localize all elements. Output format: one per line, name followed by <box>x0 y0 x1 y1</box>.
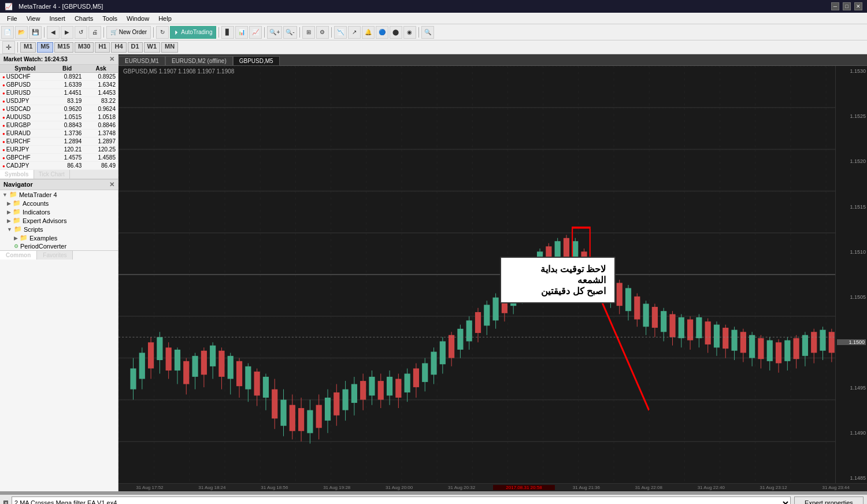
back-button[interactable]: ◀ <box>47 26 60 39</box>
refresh2-button[interactable]: ↻ <box>156 26 169 39</box>
chart-tab-eurusd-m1[interactable]: EURUSD,M1 <box>118 56 165 65</box>
market-watch-row[interactable]: ●GBPCHF 1.4575 1.4585 <box>0 154 118 162</box>
market-watch-row[interactable]: ●USDCHF 0.8921 0.8925 <box>0 73 118 81</box>
menu-window[interactable]: Window <box>122 14 154 23</box>
svg-rect-33 <box>228 356 234 379</box>
zoom-out-button[interactable]: 🔍- <box>283 26 297 39</box>
save-button[interactable]: 💾 <box>29 26 42 39</box>
svg-rect-31 <box>218 351 224 377</box>
chart-tab-eurusd-m2[interactable]: EURUSD,M2 (offline) <box>165 56 233 65</box>
period-m15[interactable]: M15 <box>54 42 73 53</box>
sep6 <box>299 27 300 38</box>
props-button[interactable]: ⚙ <box>316 26 329 39</box>
navigator-close[interactable]: ✕ <box>109 181 114 188</box>
menu-file[interactable]: File <box>2 14 22 23</box>
tab-symbols[interactable]: Symbols <box>0 170 34 179</box>
menu-tools[interactable]: Tools <box>98 14 122 23</box>
new-chart-button[interactable]: 📄 <box>1 26 14 39</box>
time-2: 31 Aug 18:24 <box>181 485 243 490</box>
window-controls[interactable]: ─ □ ✕ <box>831 2 862 10</box>
open-button[interactable]: 📂 <box>15 26 28 39</box>
menu-help[interactable]: Help <box>154 14 176 23</box>
mw-bid: 1.6339 <box>50 81 84 89</box>
menu-view[interactable]: View <box>22 14 45 23</box>
refresh-button[interactable]: ↺ <box>75 26 87 39</box>
new-order-button[interactable]: 🛒 New Order <box>106 26 151 39</box>
tab-favorites[interactable]: Favorites <box>37 251 73 260</box>
line-chart-button[interactable]: 📈 <box>249 26 262 39</box>
market-watch-close[interactable]: ✕ <box>109 55 114 63</box>
market-watch-row[interactable]: ●EURGBP 0.8843 0.8846 <box>0 121 118 129</box>
period-h4[interactable]: H4 <box>111 42 126 53</box>
tab-common[interactable]: Common <box>0 251 37 260</box>
period-h1[interactable]: H1 <box>95 42 110 53</box>
market-watch-row[interactable]: ●USDCAD 0.9620 0.9624 <box>0 105 118 113</box>
indicator3[interactable]: 🔔 <box>362 26 375 39</box>
bar-chart-button[interactable]: ▊ <box>221 26 234 39</box>
time-axis: 31 Aug 17:52 31 Aug 18:24 31 Aug 18:56 3… <box>118 483 867 491</box>
grid-button[interactable]: ⊞ <box>302 26 315 39</box>
search-button[interactable]: 🔍 <box>421 26 434 39</box>
expert-properties-button[interactable]: Expert properties <box>794 496 864 504</box>
market-watch-row[interactable]: ●EURJPY 120.21 120.25 <box>0 146 118 154</box>
forward-button[interactable]: ▶ <box>61 26 73 39</box>
nav-scripts[interactable]: ▼ 📁 Scripts <box>0 225 118 234</box>
svg-rect-49 <box>298 408 304 431</box>
market-watch-row[interactable]: ●AUDUSD 1.0515 1.0518 <box>0 113 118 121</box>
annotation-line2: اصبح كل دقيقتين <box>510 286 606 297</box>
period-m30[interactable]: M30 <box>75 42 94 53</box>
market-watch-row[interactable]: ●CADJPY 86.43 86.49 <box>0 162 118 170</box>
svg-rect-59 <box>342 390 348 410</box>
time-6: 31 Aug 20:32 <box>431 485 493 490</box>
crosshair-button[interactable]: ✛ <box>2 41 15 54</box>
nav-examples[interactable]: ▶ 📁 Examples <box>0 234 118 242</box>
close-button[interactable]: ✕ <box>854 2 862 10</box>
candle-chart-button[interactable]: 📊 <box>235 26 248 39</box>
indicator2[interactable]: ↗ <box>348 26 361 39</box>
minimize-button[interactable]: ─ <box>831 2 839 10</box>
menu-insert[interactable]: Insert <box>45 14 70 23</box>
menu-charts[interactable]: Charts <box>70 14 98 23</box>
period-m1[interactable]: M1 <box>20 42 36 53</box>
ea-close-btn[interactable]: ✕ <box>3 501 8 504</box>
nav-periodconverter[interactable]: ⚙ PeriodConverter <box>0 242 118 250</box>
menu-bar: File View Insert Charts Tools Window Hel… <box>0 13 867 24</box>
main-layout: Market Watch: 16:24:53 ✕ Symbol Bid Ask … <box>0 54 867 491</box>
svg-rect-133 <box>669 314 675 338</box>
chart-tab-gbpusd-m5[interactable]: GBPUSD,M5 <box>233 56 280 65</box>
svg-rect-57 <box>334 392 339 416</box>
period-mn[interactable]: MN <box>161 42 178 53</box>
print-button[interactable]: 🖨 <box>88 26 101 39</box>
zoom-in-button[interactable]: 🔍+ <box>267 26 282 39</box>
ea-select[interactable]: 2 MA Crosses Mega filter EA V1.ex4 <box>12 496 791 504</box>
market-watch-row[interactable]: ●EURUSD 1.4451 1.4453 <box>0 89 118 97</box>
indicator6[interactable]: ◉ <box>403 26 416 39</box>
chart-canvas[interactable]: GBPUSD,M5 1.1907 1.1908 1.1907 1.1908 <box>118 66 867 483</box>
svg-rect-37 <box>245 366 251 390</box>
sep-p <box>17 42 18 53</box>
maximize-button[interactable]: □ <box>843 2 851 10</box>
tab-tick-chart[interactable]: Tick Chart <box>34 170 70 179</box>
indicator5[interactable]: ⬤ <box>390 26 402 39</box>
svg-rect-23 <box>183 361 189 384</box>
svg-rect-141 <box>705 321 711 344</box>
mw-ask: 1.3748 <box>84 129 118 138</box>
mw-symbol: ●USDCAD <box>0 105 50 113</box>
nav-indicators[interactable]: ▶ 📁 Indicators <box>0 207 118 216</box>
autotrading-button[interactable]: ⏵ AutoTrading <box>170 26 216 39</box>
market-watch-title: Market Watch: 16:24:53 <box>3 56 68 62</box>
period-w1[interactable]: W1 <box>144 42 161 53</box>
market-watch-row[interactable]: ●USDJPY 83.19 83.22 <box>0 97 118 105</box>
indicator1[interactable]: 📉 <box>334 26 347 39</box>
market-watch-row[interactable]: ●EURAUD 1.3736 1.3748 <box>0 129 118 138</box>
nav-accounts[interactable]: ▶ 📁 Accounts <box>0 199 118 207</box>
chart-svg <box>118 66 867 483</box>
nav-expert-advisors[interactable]: ▶ 📁 Expert Advisors <box>0 216 118 225</box>
period-m5[interactable]: M5 <box>37 42 53 53</box>
indicator4[interactable]: 🔵 <box>376 26 388 39</box>
market-watch-row[interactable]: ●GBPUSD 1.6339 1.6342 <box>0 81 118 89</box>
mw-symbol: ●EURCHF <box>0 138 50 146</box>
market-watch-row[interactable]: ●EURCHF 1.2894 1.2897 <box>0 138 118 146</box>
period-d1[interactable]: D1 <box>128 42 143 53</box>
nav-metatrader4[interactable]: ▼ 📁 MetaTrader 4 <box>0 190 118 199</box>
